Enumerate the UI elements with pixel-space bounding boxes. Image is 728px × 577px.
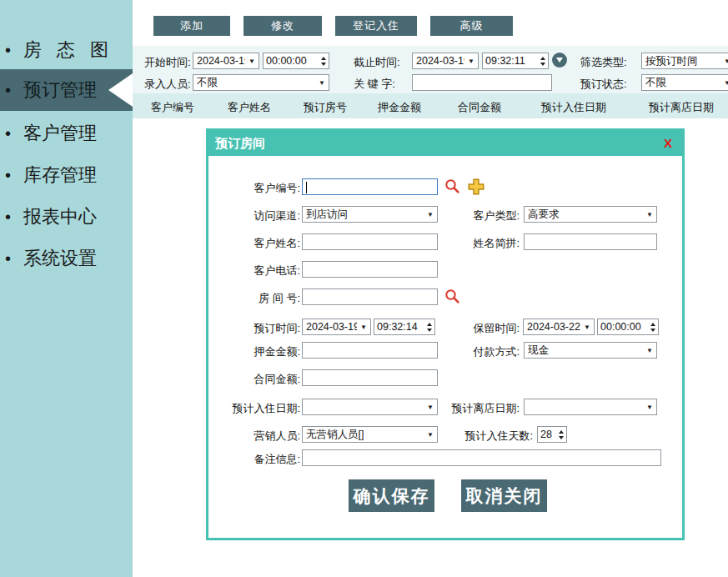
hold-time-spinner[interactable]: 00:00:00	[597, 319, 659, 335]
bullet-icon: •	[5, 78, 11, 103]
filter-type-label: 筛选类型:	[580, 55, 627, 70]
customer-type-label: 客户类型:	[425, 208, 520, 223]
bullet-icon: •	[5, 163, 11, 188]
phone-input[interactable]	[302, 261, 438, 278]
confirm-save-button[interactable]: 确认保存	[349, 479, 434, 512]
payment-method-label: 付款方式:	[425, 344, 520, 359]
collapse-filter-button[interactable]	[552, 53, 567, 68]
chevron-down-icon: ▼	[720, 79, 728, 87]
column-header: 押金金额	[378, 100, 421, 115]
spinner-icon	[647, 323, 655, 332]
contract-input[interactable]	[302, 369, 438, 386]
reservation-status-value: 不限	[645, 76, 666, 90]
checkout-date-label: 预计离店日期:	[425, 401, 520, 416]
customer-no-input[interactable]	[302, 178, 438, 195]
start-time-spinner[interactable]: 00:00:00	[263, 53, 329, 69]
phone-row: 客户电话:	[208, 261, 682, 278]
sidebar-item-label: 报表中心	[23, 204, 97, 229]
customer-no-row: 客户编号:	[208, 178, 682, 195]
reserve-date-select[interactable]: 2024-03-19 ▼	[302, 319, 371, 335]
column-header: 预计入住日期	[541, 100, 606, 115]
chevron-down-icon: ▼	[643, 211, 653, 218]
start-date-value: 2024-03-19	[197, 55, 245, 67]
plus-icon	[468, 178, 484, 195]
sidebar-item-reservation-management[interactable]: • 预订管理	[0, 69, 133, 111]
column-header: 客户姓名	[228, 100, 271, 115]
cancel-close-button[interactable]: 取消关闭	[461, 479, 547, 512]
add-button[interactable]: 添加	[153, 16, 230, 36]
checkout-date-select[interactable]: ▼	[524, 399, 657, 415]
keyword-input[interactable]	[412, 74, 552, 91]
spinner-icon	[318, 57, 326, 66]
chevron-down-icon: ▼	[643, 347, 653, 354]
visit-channel-select[interactable]: 到店访问 ▼	[302, 206, 438, 223]
customer-type-select[interactable]: 高要求 ▼	[524, 206, 657, 223]
marketer-row: 营销人员: 无营销人员[] ▼ 预计入住天数: 28	[208, 426, 682, 443]
deposit-input[interactable]	[302, 342, 438, 359]
end-date-select[interactable]: 2024-03-19 ▼	[412, 53, 479, 69]
column-header: 预计离店日期	[649, 100, 714, 115]
reserve-date-value: 2024-03-19	[306, 321, 357, 333]
sidebar-item-room-status[interactable]: • 房 态 图	[0, 38, 133, 63]
entry-person-select[interactable]: 不限 ▼	[193, 74, 329, 91]
marketer-value: 无营销人员[]	[306, 428, 364, 442]
column-header: 合同金额	[458, 100, 501, 115]
payment-method-select[interactable]: 现金 ▼	[524, 342, 657, 359]
checkin-button[interactable]: 登记入住	[335, 16, 417, 36]
search-room-button[interactable]	[444, 288, 460, 305]
sidebar-item-label: 客户管理	[23, 121, 97, 146]
remark-row: 备注信息:	[208, 449, 682, 466]
sidebar-item-system-settings[interactable]: • 系统设置	[0, 246, 133, 271]
deposit-row: 押金金额: 付款方式: 现金 ▼	[208, 342, 682, 359]
sidebar-item-label: 系统设置	[23, 246, 97, 271]
visit-channel-row: 访问渠道: 到店访问 ▼ 客户类型: 高要求 ▼	[208, 206, 682, 223]
contract-label: 合同金额:	[208, 372, 300, 387]
dialog-titlebar: 预订房间 X	[208, 131, 682, 156]
sidebar-item-customer-management[interactable]: • 客户管理	[0, 121, 133, 146]
room-no-row: 房 间 号:	[208, 288, 682, 305]
advanced-button[interactable]: 高级	[430, 16, 513, 36]
app-window: • 房 态 图 • 预订管理 • 客户管理 • 库存管理 • 报表中心 • 系统…	[0, 0, 728, 577]
sidebar-item-label: 库存管理	[23, 163, 97, 188]
sidebar-item-inventory-management[interactable]: • 库存管理	[0, 163, 133, 188]
remark-label: 备注信息:	[208, 452, 300, 467]
customer-name-row: 客户姓名: 姓名简拼:	[208, 233, 682, 250]
start-date-select[interactable]: 2024-03-19 ▼	[193, 53, 259, 69]
pinyin-input[interactable]	[524, 233, 657, 250]
selected-arrow-icon	[108, 73, 133, 107]
dialog-body: 客户编号: 访问渠道: 到店访问 ▼ 客户类型: 高要求 ▼	[208, 156, 682, 538]
chevron-down-icon: ▼	[357, 324, 367, 331]
text-caret	[306, 182, 307, 193]
marketer-select[interactable]: 无营销人员[] ▼	[302, 426, 438, 443]
customer-name-label: 客户姓名:	[208, 236, 300, 251]
filter-type-select[interactable]: 按预订时间 ▼	[641, 53, 728, 69]
visit-channel-label: 访问渠道:	[208, 208, 300, 223]
bullet-icon: •	[5, 121, 11, 146]
checkin-date-select[interactable]: ▼	[302, 399, 438, 415]
reservation-status-label: 预订状态:	[580, 77, 627, 92]
close-icon[interactable]: X	[664, 136, 672, 150]
add-customer-button[interactable]	[468, 178, 484, 195]
end-date-value: 2024-03-19	[416, 55, 464, 67]
entry-person-label: 录入人员:	[144, 77, 191, 92]
end-time-label: 截止时间:	[354, 55, 400, 70]
room-no-input[interactable]	[302, 288, 438, 305]
remark-input[interactable]	[302, 449, 661, 466]
hold-date-select[interactable]: 2024-03-22 ▼	[523, 319, 595, 335]
stay-days-stepper[interactable]: 28	[537, 426, 567, 443]
end-time-spinner[interactable]: 09:32:11	[482, 53, 549, 69]
deposit-label: 押金金额:	[208, 344, 300, 359]
sidebar-item-report-center[interactable]: • 报表中心	[0, 204, 133, 229]
chevron-down-icon: ▼	[245, 58, 255, 65]
customer-name-input[interactable]	[302, 233, 438, 250]
checkin-date-label: 预计入住日期:	[208, 401, 300, 416]
entry-person-value: 不限	[197, 76, 218, 90]
modify-button[interactable]: 修改	[244, 16, 322, 36]
reservation-status-select[interactable]: 不限 ▼	[641, 74, 728, 91]
search-customer-button[interactable]	[444, 178, 460, 195]
search-icon	[444, 288, 460, 304]
spinner-icon	[555, 430, 564, 439]
filter-type-value: 按预订时间	[645, 54, 698, 68]
hold-time-value: 00:00:00	[600, 321, 641, 333]
search-icon	[444, 178, 460, 194]
